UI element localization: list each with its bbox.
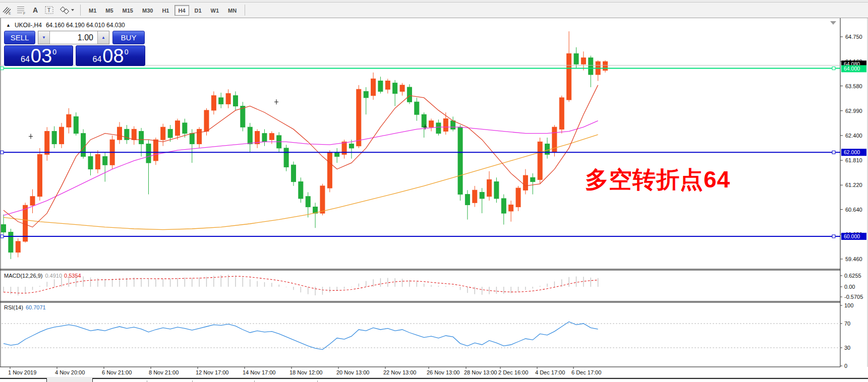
candle-body	[74, 116, 78, 133]
timeframe-button-d1[interactable]: D1	[191, 5, 205, 16]
candle-body	[233, 96, 238, 106]
candle-body	[385, 81, 390, 90]
volume-decrease-icon[interactable]: ▼	[38, 31, 50, 44]
timeframe-button-h4[interactable]: H4	[175, 5, 189, 16]
line-anchor-handle	[1, 151, 4, 154]
symbol-period-label: UKOil-,H4	[15, 22, 42, 29]
time-axis-label: 2 Dec 16:00	[498, 369, 528, 375]
candle-body	[545, 144, 550, 155]
sell-button[interactable]: SELL	[4, 31, 35, 44]
timeframe-button-mn[interactable]: MN	[224, 5, 240, 16]
rsi-tick-label: 70	[844, 321, 850, 327]
candle-body	[531, 177, 535, 181]
macd-indicator-label: MACD(12,26,9)0.49100.5354	[4, 273, 81, 279]
rsi-tick-label: 100	[844, 302, 853, 308]
letter-a-icon[interactable]: A	[29, 4, 42, 16]
candle-body	[567, 53, 571, 100]
chart-window[interactable]: 64.75064.16063.58062.99062.40061.81061.2…	[0, 18, 868, 382]
bid-price-panel[interactable]: 64 03 0	[4, 45, 73, 66]
candle-body	[248, 127, 252, 144]
mt4-window: E F A T M1M5M15M30H1H4D1W1MN 64.75064.16…	[0, 0, 868, 382]
candle-body	[190, 134, 194, 144]
grid-icon[interactable]: F	[15, 4, 28, 16]
candle-body	[327, 152, 332, 188]
macd-tick-label: 0.00	[844, 284, 855, 290]
candle-body	[219, 98, 223, 104]
candle-body	[357, 89, 361, 146]
time-axis-label: 8 Nov 21:00	[149, 369, 179, 375]
rsi-indicator-label: RSI(14)60.7071	[4, 304, 46, 310]
price-tag-label: 60.000	[844, 233, 860, 239]
price-tick-label: 59.460	[845, 256, 862, 262]
time-axis-label: 4 Dec 17:00	[535, 369, 565, 375]
background-window-edge[interactable]	[0, 378, 47, 382]
timeframe-button-m15[interactable]: M15	[119, 5, 137, 16]
candle-body	[349, 144, 354, 148]
timeframe-button-m30[interactable]: M30	[139, 5, 156, 16]
indicators-icon[interactable]: E	[1, 4, 14, 16]
chart-canvas[interactable]: 64.75064.16063.58062.99062.40061.81061.2…	[0, 18, 868, 382]
time-axis-label: 18 Nov 12:00	[290, 369, 322, 375]
toolbar-separator	[245, 5, 245, 16]
candle-body	[393, 83, 397, 94]
timeframe-button-m5[interactable]: M5	[102, 5, 117, 16]
candle-body	[523, 175, 528, 190]
candle-body	[487, 179, 492, 196]
line-anchor-handle	[1, 67, 4, 70]
collapse-panel-icon[interactable]: ▲	[6, 23, 11, 28]
candle-body	[501, 199, 506, 213]
rsi-tick-label: 30	[844, 345, 850, 351]
candle-body	[378, 81, 383, 92]
time-axis-label: 22 Nov 13:00	[383, 369, 416, 375]
timeframe-button-m1[interactable]: M1	[85, 5, 100, 16]
candle-body	[465, 195, 470, 205]
candle-body	[364, 91, 368, 98]
line-anchor-handle	[832, 151, 835, 154]
chart-title: ▲ UKOil-,H4 64.160 64.190 64.010 64.030	[6, 22, 125, 29]
candle-body	[153, 140, 158, 161]
background-window-edge[interactable]	[92, 378, 868, 382]
candle-body	[559, 98, 564, 130]
ask-integer: 64	[93, 55, 102, 64]
one-click-trading-panel: SELL ▼ ▲ BUY 64 03 0 64 08 0	[4, 31, 146, 66]
candle-body	[117, 127, 122, 140]
candle-body	[299, 182, 303, 199]
macd-signal-value: 0.5354	[64, 273, 81, 279]
toolbar: E F A T M1M5M15M30H1H4D1W1MN	[0, 3, 868, 18]
price-tick-label: 63.580	[845, 83, 862, 89]
bid-pip: 0	[52, 48, 56, 56]
volume-input[interactable]	[50, 31, 97, 44]
time-axis-label: 20 Nov 13:00	[336, 369, 369, 375]
ask-price-panel[interactable]: 64 08 0	[76, 45, 145, 66]
ask-decimals: 08	[102, 46, 124, 66]
timeframe-group: M1M5M15M30H1H4D1W1MN	[84, 5, 241, 16]
timeframe-button-w1[interactable]: W1	[207, 5, 223, 16]
shapes-icon[interactable]	[57, 4, 76, 16]
candle-body	[67, 114, 71, 127]
candle-body	[241, 106, 245, 128]
candle-body	[81, 134, 86, 157]
candle-body	[168, 129, 172, 138]
candle-body	[429, 121, 434, 128]
volume-increase-icon[interactable]: ▲	[97, 31, 109, 44]
time-axis-label: 12 Nov 17:00	[196, 369, 228, 375]
bid-integer: 64	[21, 55, 30, 64]
price-tag-label: 62.000	[844, 149, 860, 155]
candle-body	[139, 132, 144, 144]
candle-body	[458, 127, 462, 194]
candle-body	[284, 148, 288, 167]
time-axis-label: 28 Nov 13:00	[464, 369, 497, 375]
candle-body	[407, 87, 412, 102]
candle-body	[422, 114, 426, 127]
time-axis-label: 1 Nov 2019	[8, 369, 36, 375]
textbox-icon[interactable]: T	[43, 4, 56, 16]
candle-body	[443, 119, 448, 132]
candle-body	[306, 197, 310, 207]
candle-body	[37, 154, 42, 196]
price-tick-label: 62.990	[845, 108, 862, 114]
candle-body	[371, 79, 376, 95]
timeframe-button-h1[interactable]: H1	[158, 5, 172, 16]
candle-body	[211, 96, 216, 110]
price-tick-label: 61.810	[845, 157, 862, 163]
buy-button[interactable]: BUY	[112, 31, 145, 44]
